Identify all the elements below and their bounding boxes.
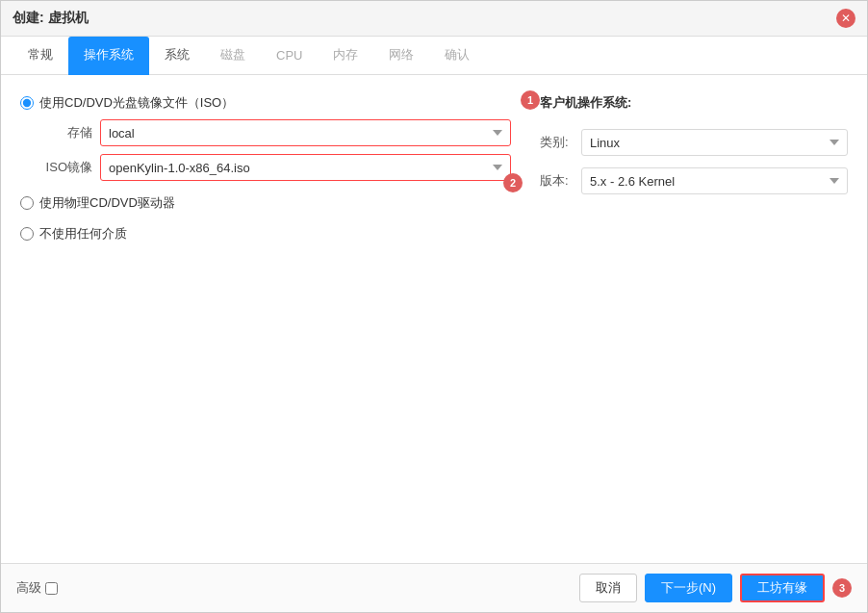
button-area: 取消 下一步(N) 工坊有缘 3 [579,574,852,602]
iso-option: 使用CD/DVD光盘镜像文件（ISO） 1 存储 local ISO镜像 [20,94,511,181]
os-version-row: 版本: 5.x - 2.6 Kernel 4.x - 2.6 Kernel Ot… [540,167,848,194]
advanced-checkbox-label[interactable]: 高级 [16,579,58,597]
physical-radio[interactable] [20,196,34,210]
storage-select[interactable]: local [100,119,511,146]
physical-option: 使用物理CD/DVD驱动器 [20,194,511,212]
main-content: 使用CD/DVD光盘镜像文件（ISO） 1 存储 local ISO镜像 [1,75,867,563]
iso-label: ISO镜像 [39,159,92,176]
advanced-label: 高级 [16,579,41,597]
tab-bar: 常规 操作系统 系统 磁盘 CPU 内存 网络 确认 [1,37,867,75]
cancel-button[interactable]: 取消 [579,574,637,602]
nomedia-option: 不使用任何介质 [20,225,511,243]
badge-1: 1 [521,90,540,110]
storage-row: 存储 local [39,119,511,146]
left-panel: 使用CD/DVD光盘镜像文件（ISO） 1 存储 local ISO镜像 [20,94,511,544]
tab-confirm: 确认 [429,37,485,75]
tab-os[interactable]: 操作系统 [68,37,149,75]
nomedia-option-label: 不使用任何介质 [39,225,127,243]
tab-disk: 磁盘 [205,37,261,75]
tab-system[interactable]: 系统 [149,37,205,75]
dialog-title: 创建: 虚拟机 [13,10,89,27]
os-version-label: 版本: [540,172,574,190]
nomedia-radio[interactable] [20,227,34,241]
badge-2: 2 [503,173,523,192]
physical-option-label: 使用物理CD/DVD驱动器 [39,194,175,212]
tab-network: 网络 [373,37,429,75]
os-type-select[interactable]: Linux Windows Other [581,129,848,156]
os-type-label: 类别: [540,134,574,151]
iso-select[interactable]: openKylin-1.0-x86_64.iso [100,154,511,181]
tab-cpu: CPU [261,38,318,74]
advanced-checkbox[interactable] [45,582,58,595]
iso-radio-label[interactable]: 使用CD/DVD光盘镜像文件（ISO） [20,94,511,112]
iso-row: ISO镜像 openKylin-1.0-x86_64.iso [39,154,511,181]
guest-os-section: 客户机操作系统: 类别: Linux Windows Other 版本: 5.x… [540,94,848,194]
finish-button[interactable]: 工坊有缘 [740,574,825,602]
title-bar: 创建: 虚拟机 ✕ [1,1,867,37]
main-dialog: 创建: 虚拟机 ✕ 常规 操作系统 系统 磁盘 CPU 内存 网络 确认 使用C… [0,0,868,613]
os-type-row: 类别: Linux Windows Other [540,129,848,156]
nomedia-radio-label[interactable]: 不使用任何介质 [20,225,511,243]
iso-option-label: 使用CD/DVD光盘镜像文件（ISO） [39,94,234,112]
close-button[interactable]: ✕ [836,9,855,28]
media-options: 使用CD/DVD光盘镜像文件（ISO） 1 存储 local ISO镜像 [20,94,511,243]
next-button[interactable]: 下一步(N) [645,574,732,602]
iso-radio[interactable] [20,96,34,110]
footer: 高级 取消 下一步(N) 工坊有缘 3 [1,563,867,612]
right-panel: 客户机操作系统: 类别: Linux Windows Other 版本: 5.x… [540,94,848,544]
badge-3: 3 [832,578,852,598]
tab-general[interactable]: 常规 [13,37,68,75]
physical-radio-label[interactable]: 使用物理CD/DVD驱动器 [20,194,511,212]
tab-memory: 内存 [318,37,373,75]
iso-fields: 1 存储 local ISO镜像 openKylin-1.0-x86_64.is… [39,119,511,181]
storage-label: 存储 [39,124,92,141]
guest-os-title: 客户机操作系统: [540,94,848,112]
footer-left: 高级 [16,579,58,597]
os-version-select[interactable]: 5.x - 2.6 Kernel 4.x - 2.6 Kernel Other … [581,167,848,194]
